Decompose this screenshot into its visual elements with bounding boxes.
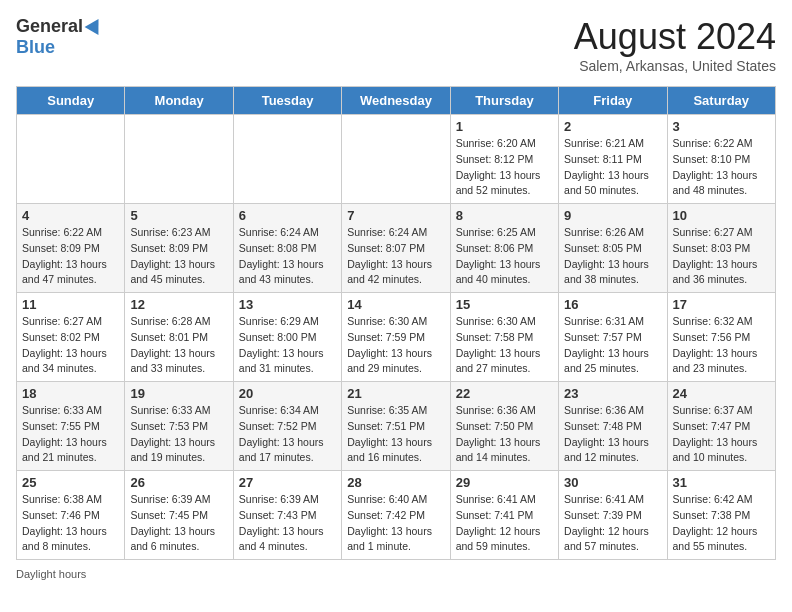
day-info: Sunrise: 6:20 AM Sunset: 8:12 PM Dayligh…	[456, 136, 553, 199]
daylight-text: Daylight: 13 hours and 38 minutes.	[564, 258, 649, 286]
calendar-cell: 11 Sunrise: 6:27 AM Sunset: 8:02 PM Dayl…	[17, 293, 125, 382]
daylight-text: Daylight: 13 hours and 40 minutes.	[456, 258, 541, 286]
sunset-text: Sunset: 7:58 PM	[456, 331, 534, 343]
sunset-text: Sunset: 7:50 PM	[456, 420, 534, 432]
day-info: Sunrise: 6:33 AM Sunset: 7:53 PM Dayligh…	[130, 403, 227, 466]
calendar-cell: 12 Sunrise: 6:28 AM Sunset: 8:01 PM Dayl…	[125, 293, 233, 382]
sunset-text: Sunset: 7:42 PM	[347, 509, 425, 521]
day-info: Sunrise: 6:41 AM Sunset: 7:41 PM Dayligh…	[456, 492, 553, 555]
calendar-cell: 29 Sunrise: 6:41 AM Sunset: 7:41 PM Dayl…	[450, 471, 558, 560]
sunrise-text: Sunrise: 6:22 AM	[22, 226, 102, 238]
sunset-text: Sunset: 8:09 PM	[22, 242, 100, 254]
daylight-text: Daylight: 13 hours and 19 minutes.	[130, 436, 215, 464]
calendar-cell: 1 Sunrise: 6:20 AM Sunset: 8:12 PM Dayli…	[450, 115, 558, 204]
day-number: 2	[564, 119, 661, 134]
sunset-text: Sunset: 7:57 PM	[564, 331, 642, 343]
sunset-text: Sunset: 7:52 PM	[239, 420, 317, 432]
sunset-text: Sunset: 7:59 PM	[347, 331, 425, 343]
daylight-text: Daylight: 13 hours and 48 minutes.	[673, 169, 758, 197]
sunset-text: Sunset: 8:00 PM	[239, 331, 317, 343]
footer-note: Daylight hours	[16, 568, 776, 580]
day-info: Sunrise: 6:28 AM Sunset: 8:01 PM Dayligh…	[130, 314, 227, 377]
day-info: Sunrise: 6:33 AM Sunset: 7:55 PM Dayligh…	[22, 403, 119, 466]
daylight-text: Daylight: 12 hours and 59 minutes.	[456, 525, 541, 553]
calendar-cell: 19 Sunrise: 6:33 AM Sunset: 7:53 PM Dayl…	[125, 382, 233, 471]
calendar-cell: 16 Sunrise: 6:31 AM Sunset: 7:57 PM Dayl…	[559, 293, 667, 382]
sunrise-text: Sunrise: 6:36 AM	[564, 404, 644, 416]
sunrise-text: Sunrise: 6:32 AM	[673, 315, 753, 327]
calendar-cell: 17 Sunrise: 6:32 AM Sunset: 7:56 PM Dayl…	[667, 293, 775, 382]
day-number: 15	[456, 297, 553, 312]
day-number: 31	[673, 475, 770, 490]
day-info: Sunrise: 6:22 AM Sunset: 8:09 PM Dayligh…	[22, 225, 119, 288]
sunrise-text: Sunrise: 6:39 AM	[239, 493, 319, 505]
daylight-text: Daylight: 13 hours and 10 minutes.	[673, 436, 758, 464]
daylight-text: Daylight: 13 hours and 31 minutes.	[239, 347, 324, 375]
sunrise-text: Sunrise: 6:20 AM	[456, 137, 536, 149]
sunrise-text: Sunrise: 6:30 AM	[347, 315, 427, 327]
sunset-text: Sunset: 7:39 PM	[564, 509, 642, 521]
calendar-week-row: 1 Sunrise: 6:20 AM Sunset: 8:12 PM Dayli…	[17, 115, 776, 204]
daylight-text: Daylight: 13 hours and 27 minutes.	[456, 347, 541, 375]
day-info: Sunrise: 6:35 AM Sunset: 7:51 PM Dayligh…	[347, 403, 444, 466]
day-info: Sunrise: 6:26 AM Sunset: 8:05 PM Dayligh…	[564, 225, 661, 288]
sunrise-text: Sunrise: 6:38 AM	[22, 493, 102, 505]
day-info: Sunrise: 6:27 AM Sunset: 8:02 PM Dayligh…	[22, 314, 119, 377]
month-title: August 2024	[574, 16, 776, 58]
day-number: 6	[239, 208, 336, 223]
day-info: Sunrise: 6:27 AM Sunset: 8:03 PM Dayligh…	[673, 225, 770, 288]
calendar-table: SundayMondayTuesdayWednesdayThursdayFrid…	[16, 86, 776, 560]
day-number: 13	[239, 297, 336, 312]
day-info: Sunrise: 6:32 AM Sunset: 7:56 PM Dayligh…	[673, 314, 770, 377]
sunset-text: Sunset: 7:46 PM	[22, 509, 100, 521]
day-number: 19	[130, 386, 227, 401]
sunrise-text: Sunrise: 6:24 AM	[347, 226, 427, 238]
weekday-header: Friday	[559, 87, 667, 115]
daylight-text: Daylight: 13 hours and 29 minutes.	[347, 347, 432, 375]
sunset-text: Sunset: 7:47 PM	[673, 420, 751, 432]
sunset-text: Sunset: 7:43 PM	[239, 509, 317, 521]
day-number: 27	[239, 475, 336, 490]
daylight-text: Daylight: 13 hours and 34 minutes.	[22, 347, 107, 375]
day-number: 4	[22, 208, 119, 223]
calendar-cell: 3 Sunrise: 6:22 AM Sunset: 8:10 PM Dayli…	[667, 115, 775, 204]
day-info: Sunrise: 6:29 AM Sunset: 8:00 PM Dayligh…	[239, 314, 336, 377]
sunrise-text: Sunrise: 6:35 AM	[347, 404, 427, 416]
sunset-text: Sunset: 8:08 PM	[239, 242, 317, 254]
daylight-text: Daylight: 13 hours and 12 minutes.	[564, 436, 649, 464]
day-number: 26	[130, 475, 227, 490]
weekday-header: Wednesday	[342, 87, 450, 115]
sunrise-text: Sunrise: 6:41 AM	[564, 493, 644, 505]
day-number: 17	[673, 297, 770, 312]
sunrise-text: Sunrise: 6:27 AM	[673, 226, 753, 238]
sunset-text: Sunset: 8:03 PM	[673, 242, 751, 254]
daylight-text: Daylight: 13 hours and 17 minutes.	[239, 436, 324, 464]
sunset-text: Sunset: 8:01 PM	[130, 331, 208, 343]
sunrise-text: Sunrise: 6:40 AM	[347, 493, 427, 505]
sunset-text: Sunset: 8:07 PM	[347, 242, 425, 254]
logo-blue-text: Blue	[16, 37, 55, 58]
calendar-cell: 23 Sunrise: 6:36 AM Sunset: 7:48 PM Dayl…	[559, 382, 667, 471]
day-info: Sunrise: 6:38 AM Sunset: 7:46 PM Dayligh…	[22, 492, 119, 555]
day-number: 12	[130, 297, 227, 312]
day-number: 20	[239, 386, 336, 401]
day-number: 16	[564, 297, 661, 312]
sunset-text: Sunset: 8:02 PM	[22, 331, 100, 343]
daylight-text: Daylight: 13 hours and 16 minutes.	[347, 436, 432, 464]
day-number: 11	[22, 297, 119, 312]
weekday-header: Monday	[125, 87, 233, 115]
day-info: Sunrise: 6:39 AM Sunset: 7:43 PM Dayligh…	[239, 492, 336, 555]
sunrise-text: Sunrise: 6:41 AM	[456, 493, 536, 505]
calendar-cell: 7 Sunrise: 6:24 AM Sunset: 8:07 PM Dayli…	[342, 204, 450, 293]
day-number: 8	[456, 208, 553, 223]
sunset-text: Sunset: 8:05 PM	[564, 242, 642, 254]
calendar-cell: 10 Sunrise: 6:27 AM Sunset: 8:03 PM Dayl…	[667, 204, 775, 293]
sunrise-text: Sunrise: 6:42 AM	[673, 493, 753, 505]
calendar-cell: 2 Sunrise: 6:21 AM Sunset: 8:11 PM Dayli…	[559, 115, 667, 204]
sunset-text: Sunset: 7:51 PM	[347, 420, 425, 432]
calendar-cell: 30 Sunrise: 6:41 AM Sunset: 7:39 PM Dayl…	[559, 471, 667, 560]
sunset-text: Sunset: 7:56 PM	[673, 331, 751, 343]
weekday-header: Sunday	[17, 87, 125, 115]
day-info: Sunrise: 6:36 AM Sunset: 7:50 PM Dayligh…	[456, 403, 553, 466]
calendar-cell: 22 Sunrise: 6:36 AM Sunset: 7:50 PM Dayl…	[450, 382, 558, 471]
